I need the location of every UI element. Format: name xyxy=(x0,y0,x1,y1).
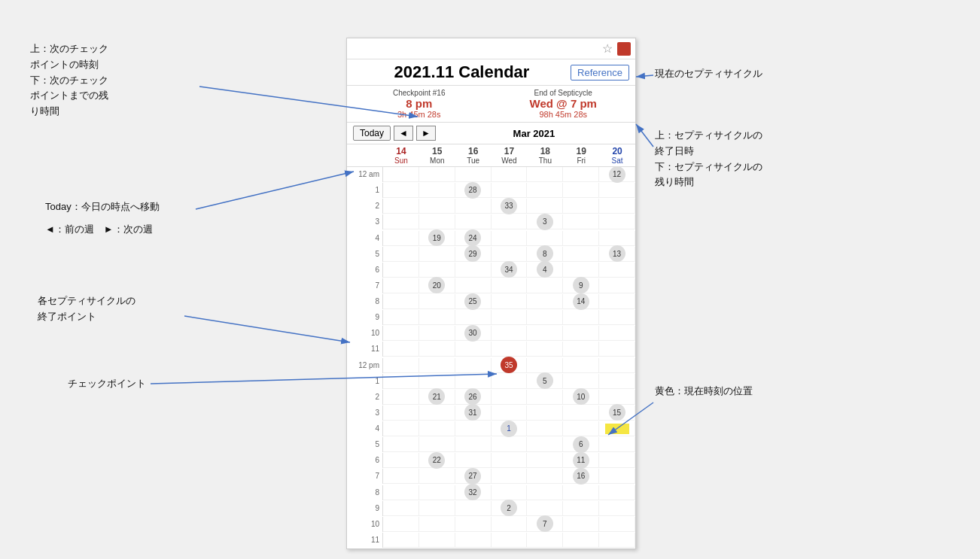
time-cell xyxy=(383,533,419,548)
time-cell xyxy=(383,374,419,389)
event-badge: 4 xyxy=(537,261,553,278)
time-cell xyxy=(527,485,563,500)
time-cell xyxy=(419,167,455,182)
time-cell: 2 xyxy=(492,501,528,516)
star-icon[interactable]: ☆ xyxy=(602,41,613,56)
time-cell xyxy=(599,501,635,516)
today-button[interactable]: Today xyxy=(353,126,391,141)
time-cell xyxy=(492,247,528,262)
time-cell xyxy=(455,342,492,357)
annotation-today: Today：今日の時点へ移動 xyxy=(45,199,160,215)
close-button[interactable] xyxy=(617,42,631,56)
event-badge: 15 xyxy=(609,404,625,421)
time-label: 11 xyxy=(347,342,383,357)
svg-line-3 xyxy=(184,316,350,342)
time-cell xyxy=(455,453,492,468)
time-cell: 14 xyxy=(563,294,599,309)
time-cell xyxy=(383,406,419,421)
time-cell xyxy=(383,342,419,357)
annotation-septicycle-end: 各セプティサイクルの終了ポイント xyxy=(38,293,135,325)
time-cell: 16 xyxy=(563,469,599,484)
time-cell xyxy=(492,167,528,182)
time-cell xyxy=(599,421,635,436)
time-cell xyxy=(527,501,563,516)
reference-button[interactable]: Reference xyxy=(571,65,629,81)
time-cell xyxy=(563,326,599,341)
next-week-button[interactable]: ► xyxy=(416,126,436,141)
time-cell xyxy=(527,310,563,325)
time-label: 6 xyxy=(347,263,383,278)
time-cell xyxy=(563,406,599,421)
time-cell xyxy=(492,485,528,500)
event-badge: 12 xyxy=(609,167,625,183)
time-cell xyxy=(599,374,635,389)
time-cell xyxy=(527,390,563,405)
time-cell: 10 xyxy=(563,390,599,405)
time-cell xyxy=(599,326,635,341)
event-badge: 10 xyxy=(573,388,589,405)
time-cell xyxy=(599,278,635,293)
time-cell xyxy=(383,167,419,182)
time-cell xyxy=(599,533,635,548)
time-grid[interactable]: 12 am12128233334192452981363447209825149… xyxy=(347,167,635,548)
time-cell: 8 xyxy=(527,247,563,262)
time-cell xyxy=(527,167,563,182)
time-cell xyxy=(527,358,563,373)
event-badge: 9 xyxy=(573,277,589,293)
time-cell: 22 xyxy=(419,453,455,468)
day-header-sat: 20 Sat xyxy=(599,144,635,166)
time-label: 3 xyxy=(347,214,383,229)
time-cell xyxy=(563,501,599,516)
time-cell xyxy=(599,214,635,229)
time-cell: 4 xyxy=(527,263,563,278)
time-label: 12 am xyxy=(347,167,383,182)
time-label: 10 xyxy=(347,326,383,341)
time-label: 5 xyxy=(347,437,383,452)
annotation-prev-next: ◄：前の週 ►：次の週 xyxy=(45,222,153,238)
time-cell xyxy=(419,469,455,484)
event-badge: 34 xyxy=(501,261,517,278)
calendar-nav-row: Today ◄ ► Mar 2021 xyxy=(347,123,635,144)
time-label: 8 xyxy=(347,485,383,500)
annotation-yellow: 黄色：現在時刻の位置 xyxy=(655,384,753,400)
time-cell xyxy=(563,533,599,548)
septicycle-label: End of Septicycle xyxy=(492,89,636,97)
time-cell xyxy=(419,485,455,500)
time-cell xyxy=(527,294,563,309)
day-header-wed: 17 Wed xyxy=(492,144,528,166)
time-cell xyxy=(455,517,492,532)
time-cell xyxy=(527,342,563,357)
time-cell xyxy=(383,263,419,278)
prev-week-button[interactable]: ◄ xyxy=(394,126,413,141)
septicycle-info: End of Septicycle Wed @ 7 pm 98h 45m 28s xyxy=(492,89,636,119)
time-cell xyxy=(492,390,528,405)
event-badge: 11 xyxy=(573,452,589,469)
day-header-sun: 14 Sun xyxy=(383,144,419,166)
time-cell xyxy=(599,517,635,532)
event-badge: 33 xyxy=(501,198,517,214)
time-cell xyxy=(383,390,419,405)
time-cell xyxy=(527,437,563,452)
time-label: 12 pm xyxy=(347,358,383,373)
time-label: 6 xyxy=(347,453,383,468)
time-cell xyxy=(492,517,528,532)
septicycle-remaining: 98h 45m 28s xyxy=(492,110,636,119)
time-cell: 5 xyxy=(527,374,563,389)
event-badge: 16 xyxy=(573,468,589,485)
day-header-mon: 15 Mon xyxy=(419,144,455,166)
time-cell xyxy=(419,310,455,325)
time-cell xyxy=(563,421,599,436)
event-badge: 1 xyxy=(501,421,517,437)
time-cell: 33 xyxy=(492,199,528,214)
checkpoint-time: 8 pm xyxy=(347,97,492,110)
time-cell: 9 xyxy=(563,278,599,293)
event-badge: 19 xyxy=(428,229,445,246)
time-cell xyxy=(563,167,599,182)
time-cell xyxy=(455,501,492,516)
time-cell xyxy=(419,406,455,421)
event-badge: 24 xyxy=(464,229,481,246)
event-badge: 20 xyxy=(428,277,445,293)
time-cell: 19 xyxy=(419,231,455,246)
time-cell xyxy=(455,533,492,548)
time-cell xyxy=(419,199,455,214)
